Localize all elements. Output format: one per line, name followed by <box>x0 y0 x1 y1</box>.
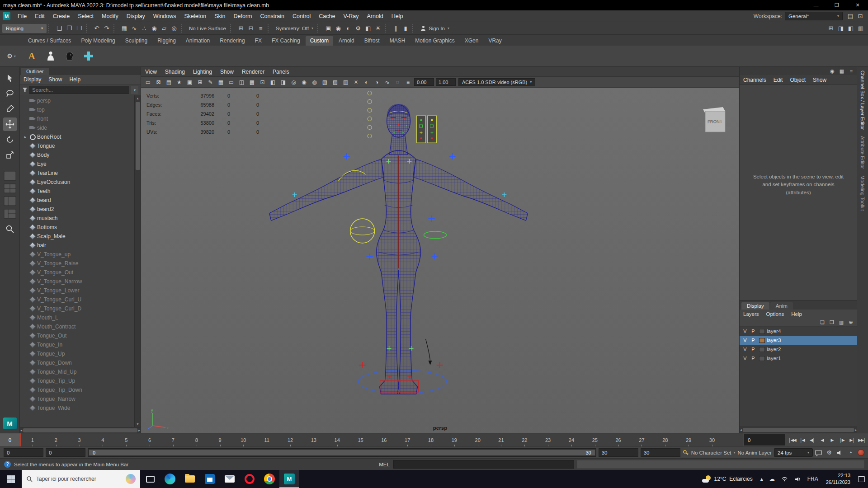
rotate-tool[interactable] <box>3 133 17 146</box>
outliner-menu-item[interactable]: Show <box>45 76 66 83</box>
layer-editor-menu-item[interactable]: Options <box>763 311 788 317</box>
camera-attributes-icon[interactable]: ▤ <box>164 78 174 87</box>
use-all-lights-icon[interactable]: ☀ <box>351 78 361 87</box>
filter-icon[interactable] <box>22 87 28 93</box>
scroll-down-arrow[interactable]: ▾ <box>137 421 138 427</box>
hidden-icons-chevron[interactable]: ▴ <box>757 476 766 482</box>
panel-menu-icon[interactable]: ≡ <box>847 67 855 75</box>
playback-range-bar[interactable]: 0 30 <box>88 448 596 457</box>
timeline-tick[interactable]: 20 <box>466 433 490 446</box>
go-to-end-button[interactable]: ▶▶│ <box>857 435 867 445</box>
layer-visibility-toggle[interactable]: V <box>741 328 749 334</box>
redo-icon[interactable]: ↷ <box>102 23 112 33</box>
workspace-selector[interactable]: General* ▾ <box>785 12 843 20</box>
snap-to-curves-icon[interactable]: ∿ <box>129 23 139 33</box>
timeline-tick[interactable]: 23 <box>536 433 560 446</box>
outliner-item[interactable]: beard2 <box>20 205 134 214</box>
outliner-vertical-scrollbar[interactable]: ▴ ▾ <box>134 95 141 427</box>
gate-mask-icon[interactable]: ▩ <box>247 78 257 87</box>
toolbar-separator[interactable] <box>317 24 321 33</box>
play-backwards-button[interactable]: ◀ <box>817 435 827 445</box>
shelf-tab[interactable]: XGen <box>460 36 483 46</box>
taskbar-app-opera[interactable] <box>240 470 259 488</box>
range-bar-fill[interactable] <box>89 450 595 455</box>
taskbar-app-maya[interactable]: M <box>279 470 299 488</box>
control-chain[interactable] <box>368 91 372 138</box>
outliner-item[interactable]: V_Tongue_Narrow <box>20 277 134 286</box>
layer-color-swatch[interactable] <box>759 329 765 334</box>
outliner-item[interactable]: Mouth_Contract <box>20 322 134 331</box>
layer-playback-toggle[interactable]: P <box>749 347 757 352</box>
step-forward-frame-button[interactable]: ▶│ <box>847 435 857 445</box>
layer-editor-menu-item[interactable]: Layers <box>740 311 763 317</box>
outliner-item[interactable]: Tongue <box>20 141 134 150</box>
timeline-tick[interactable]: 9 <box>208 433 232 446</box>
timeline-tick[interactable]: 19 <box>443 433 466 446</box>
taskbar-app-store[interactable] <box>200 470 220 488</box>
anim-layer-selector[interactable]: No Anim Layer <box>738 450 772 455</box>
close-button[interactable]: ✕ <box>847 2 868 8</box>
outliner-item[interactable]: Tongue_Up <box>20 349 134 358</box>
layer-visibility-toggle[interactable]: V <box>741 356 749 361</box>
make-object-live-icon[interactable]: ◎ <box>169 23 179 33</box>
menu-item[interactable]: Edit <box>31 13 49 19</box>
construction-history-icon[interactable]: ≡ <box>256 23 266 33</box>
select-tool[interactable] <box>3 71 17 85</box>
character-set-selector[interactable]: No Character Set ▾ <box>691 450 736 455</box>
timeline-tick[interactable]: 27 <box>630 433 654 446</box>
safe-action-icon[interactable]: ◧ <box>268 78 278 87</box>
layer-editor-tab[interactable]: Display <box>741 302 769 310</box>
start-button[interactable] <box>0 470 22 488</box>
symmetry-selector[interactable]: Symmetry: Off ▾ <box>274 26 316 31</box>
evaluation-mode-icon[interactable]: ▮ <box>401 23 410 33</box>
live-surface-selector[interactable]: No Live Surface <box>187 26 228 31</box>
save-scene-icon[interactable]: ❒ <box>74 23 84 33</box>
shelf-options-button[interactable]: ⚙ ▾ <box>0 52 23 60</box>
search-highlight-icon[interactable] <box>126 474 136 484</box>
single-pane-layout-button[interactable] <box>4 171 16 181</box>
snap-to-points-icon[interactable]: ∴ <box>139 23 149 33</box>
smooth-shade-icon[interactable]: ▨ <box>330 78 340 87</box>
timeline-tick[interactable]: 14 <box>326 433 349 446</box>
outliner-panel-tab[interactable]: Outliner <box>21 68 49 75</box>
shelf-tab[interactable]: Bifrost <box>360 36 384 46</box>
channel-box-toggle-icon[interactable]: ▥ <box>856 23 866 33</box>
paint-select-tool[interactable] <box>3 102 17 116</box>
notification-center-button[interactable] <box>855 476 868 482</box>
playback-start-field[interactable]: 0 <box>46 448 85 457</box>
outliner-item[interactable]: Tongue_Wide <box>20 404 134 413</box>
sign-in-button[interactable]: Sign In ▾ <box>418 26 452 31</box>
resolution-gate-icon[interactable]: ◫ <box>236 78 247 87</box>
menu-item[interactable]: Display <box>123 13 149 19</box>
timeline-tick[interactable]: 25 <box>583 433 607 446</box>
grid-icon[interactable]: ▦ <box>216 78 226 87</box>
light-editor-icon[interactable]: ☀ <box>373 23 383 33</box>
timeline-tick[interactable]: 22 <box>513 433 536 446</box>
timeline-tick[interactable]: 6 <box>138 433 161 446</box>
menu-item[interactable]: Constrain <box>256 13 289 19</box>
fps-selector[interactable]: 24 fps ▾ <box>774 448 813 457</box>
shelf-tab[interactable]: FX Caching <box>267 36 305 46</box>
outliner-item[interactable]: persp <box>20 96 134 105</box>
gamma-field[interactable]: 1.00 <box>436 78 456 86</box>
sidebar-vertical-tab[interactable]: Attribute Editor <box>860 136 865 169</box>
speech-bubble-icon[interactable] <box>815 450 822 455</box>
outliner-item[interactable]: BoneRoot <box>20 132 134 141</box>
taskbar-app-edge[interactable] <box>160 470 180 488</box>
channel-box-menu-item[interactable]: Channels <box>740 77 770 83</box>
front-image-plane[interactable]: FRONT <box>703 107 725 132</box>
viewport-3d-scene[interactable]: Verts: 37996 0 0 Edges: 65988 0 0 <box>141 88 739 433</box>
add-layer-icon[interactable]: ⊕ <box>847 319 855 326</box>
snap-to-grids-icon[interactable]: ▦ <box>119 23 129 33</box>
toolbar-separator[interactable] <box>230 24 234 33</box>
outliner-item[interactable]: top <box>20 105 134 114</box>
toolbar-separator[interactable] <box>113 24 118 33</box>
textured-display-icon[interactable]: ▥ <box>340 78 351 87</box>
depth-of-field-icon[interactable]: ◌ <box>392 78 403 87</box>
channel-box-menu-item[interactable]: Edit <box>770 77 787 83</box>
menu-item[interactable]: File <box>14 13 31 19</box>
shelf-tab[interactable]: VRay <box>484 36 506 46</box>
layer2[interactable]: V P layer2 <box>740 345 857 354</box>
new-scene-icon[interactable]: ❏ <box>54 23 64 33</box>
menu-item[interactable]: Deform <box>230 13 256 19</box>
